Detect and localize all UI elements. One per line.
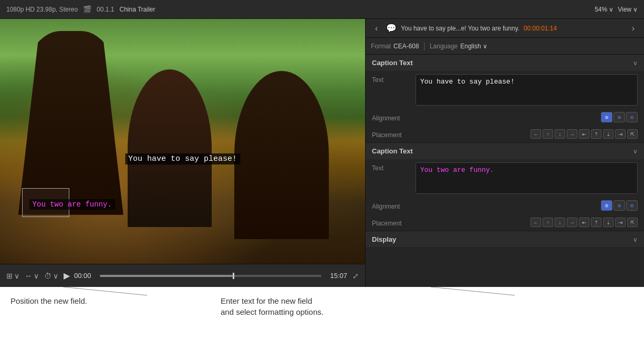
text-content-1: You have to say please! [416,74,638,106]
person-silhouette-right [234,71,329,239]
project-name: China Trailer [119,6,155,13]
top-bar-right: 54% ∨ View ∨ [322,6,638,13]
section-2-text-row: Text You two are funny. [366,159,644,197]
view-dropdown[interactable]: View ∨ [618,6,638,13]
video-viewport[interactable]: You have to say please! You two are funn… [0,19,365,264]
alignment-content-2: ≡ ≡ ≡ [416,200,638,211]
place-start-button-1[interactable]: ⇤ [579,129,589,139]
place-end-button-2[interactable]: ⇥ [615,218,626,227]
alignment-buttons-1: ≡ ≡ ≡ [601,112,638,122]
timecode-label: 00.1.1 [97,6,114,13]
place-down-button-2[interactable]: ↓ [555,218,565,227]
chat-icon: 💬 [386,23,397,33]
section-1-placement-row: Placement ← ↑ ↓ → ⇤ ⇡ ⇣ ⇥ ⇱ [366,126,644,142]
nav-prev-button[interactable]: ‹ [371,22,382,35]
language-chevron: ∨ [483,43,487,50]
place-top-button-2[interactable]: ⇡ [591,218,601,227]
inspector-content[interactable]: Caption Text ∨ Text You have to say plea… [366,55,644,287]
annotation-area: Position the new field. Enter text for t… [0,287,644,350]
place-bottom-button-2[interactable]: ⇣ [603,218,614,227]
alignment-content-1: ≡ ≡ ≡ [416,112,638,122]
view-label: View [618,6,631,13]
section-2-header[interactable]: Caption Text ∨ [366,143,644,159]
language-label: Language [430,43,458,50]
clapper-icon: 🎬 [83,5,91,13]
language-dropdown[interactable]: English ∨ [460,43,487,50]
video-info: 1080p HD 23.98p, Stereo [6,6,78,13]
caption-text-section-1: Caption Text ∨ Text You have to say plea… [366,55,644,143]
timecode-current: 00:00 [74,272,91,280]
alignment-buttons-2: ≡ ≡ ≡ [601,200,638,211]
placement-buttons-2: ← ↑ ↓ → ⇤ ⇡ ⇣ ⇥ ⇱ [531,218,638,227]
nav-next-button[interactable]: › [628,22,639,35]
play-button[interactable]: ▶ [64,271,70,281]
annotation-right: Enter text for the new field and select … [210,295,633,317]
place-bottom-button-1[interactable]: ⇣ [603,129,614,139]
timecode-display: ▶ 00:00 15:07 [64,271,347,281]
display-section: Display ∨ [366,231,644,248]
speed-button[interactable]: ⏱ ∨ [44,272,58,280]
place-home-button-1[interactable]: ⇱ [627,129,638,139]
section-1-title: Caption Text [372,59,413,67]
align-right-button-1[interactable]: ≡ [626,112,638,122]
section-1-alignment-row: Alignment ≡ ≡ ≡ [366,109,644,126]
format-label: Format [371,43,391,50]
placement-buttons-1: ← ↑ ↓ → ⇤ ⇡ ⇣ ⇥ ⇱ [531,129,638,139]
caption-textarea-2[interactable]: You two are funny. [416,162,638,194]
align-center-button-2[interactable]: ≡ [614,200,625,211]
place-up-button-2[interactable]: ↑ [543,218,553,227]
section-2-placement-row: Placement ← ↑ ↓ → ⇤ ⇡ ⇣ ⇥ ⇱ [366,214,644,231]
caption-textarea-1[interactable]: You have to say please! [416,74,638,106]
place-start-button-2[interactable]: ⇤ [579,218,589,227]
alignment-label-1: Alignment [372,112,411,122]
caption-timecode: 00:00:01:14 [524,25,557,32]
place-top-button-1[interactable]: ⇡ [591,129,601,139]
section-2-title: Caption Text [372,147,413,155]
annotation-left: Position the new field. [11,295,210,306]
align-left-button-1[interactable]: ≡ [601,112,612,122]
align-right-button-2[interactable]: ≡ [626,200,638,211]
view-chevron: ∨ [633,6,638,13]
placement-content-2: ← ↑ ↓ → ⇤ ⇡ ⇣ ⇥ ⇱ [416,218,638,227]
place-right-button-1[interactable]: → [567,129,577,139]
align-left-button-2[interactable]: ≡ [601,200,612,211]
main-area: You have to say please! You two are funn… [0,19,644,287]
place-right-button-2[interactable]: → [567,218,577,227]
section-1-header[interactable]: Caption Text ∨ [366,55,644,71]
text-content-2: You two are funny. [416,162,638,194]
language-value: English [460,43,481,50]
align-center-button-1[interactable]: ≡ [614,112,625,122]
place-down-button-1[interactable]: ↓ [555,129,565,139]
caption-message: 💬 You have to say ple...e! You two are f… [386,23,623,33]
alignment-label-2: Alignment [372,201,411,210]
annotation-right-line1: Enter text for the new field [221,296,312,305]
display-section-header[interactable]: Display ∨ [366,231,644,248]
caption-text-section-2: Caption Text ∨ Text You two are funny. A… [366,143,644,231]
progress-thumb [233,273,234,279]
annotation-right-line2: and select formatting options. [221,307,324,316]
zoom-dropdown[interactable]: 54% ∨ [595,6,614,13]
top-bar: 1080p HD 23.98p, Stereo 🎬 00.1.1 China T… [0,0,644,19]
text-label-1: Text [372,74,411,84]
place-up-button-1[interactable]: ↑ [543,129,553,139]
fullscreen-button[interactable]: ⤢ [352,272,359,280]
video-panel: You have to say please! You two are funn… [0,19,365,287]
format-separator: | [423,42,425,51]
transform-button[interactable]: ↔ ∨ [25,272,39,280]
place-left-button-2[interactable]: ← [531,218,541,227]
placement-label-1: Placement [372,129,411,139]
place-home-button-2[interactable]: ⇱ [627,218,638,227]
video-frame: You have to say please! You two are funn… [0,19,365,264]
place-left-button-1[interactable]: ← [531,129,541,139]
zoom-chevron: ∨ [609,6,614,13]
section-1-chevron: ∨ [633,59,638,67]
display-section-title: Display [372,235,396,243]
place-end-button-1[interactable]: ⇥ [615,129,626,139]
display-section-chevron: ∨ [633,236,638,243]
view-options-button[interactable]: ⊞ ∨ [6,272,19,280]
right-panel: ‹ 💬 You have to say ple...e! You two are… [365,19,644,287]
video-controls: ⊞ ∨ ↔ ∨ ⏱ ∨ ▶ 00:00 15:07 ⤢ [0,264,365,287]
person-silhouette-center [128,69,212,227]
progress-bar[interactable] [100,275,322,277]
placement-content-1: ← ↑ ↓ → ⇤ ⇡ ⇣ ⇥ ⇱ [416,129,638,139]
